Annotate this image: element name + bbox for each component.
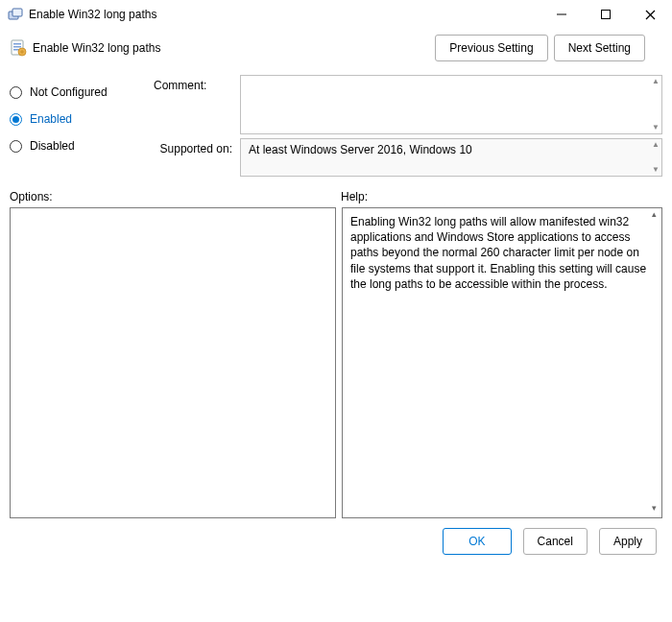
svg-rect-3 — [602, 11, 611, 19]
apply-button[interactable]: Apply — [599, 528, 657, 555]
scroll-up-icon[interactable]: ▲ — [652, 78, 660, 85]
window-title: Enable Win32 long paths — [29, 8, 540, 21]
radio-icon — [10, 113, 22, 126]
scroll-up-icon[interactable]: ▴ — [646, 208, 661, 224]
radio-disabled[interactable]: Disabled — [10, 132, 154, 159]
options-label: Options: — [10, 190, 341, 203]
radio-icon — [10, 86, 22, 99]
next-setting-button[interactable]: Next Setting — [554, 35, 645, 61]
radio-label: Not Configured — [30, 85, 108, 99]
scroll-up-icon[interactable]: ▲ — [652, 141, 660, 149]
header-row: Enable Win32 long paths Previous Setting… — [0, 29, 672, 67]
scroll-down-icon[interactable]: ▼ — [652, 124, 660, 132]
policy-title: Enable Win32 long paths — [33, 41, 429, 55]
comment-label: Comment: — [154, 75, 240, 134]
state-radios: Not Configured Enabled Disabled — [10, 75, 154, 180]
pane-labels: Options: Help: — [0, 180, 672, 205]
meta-fields: Comment: ▲ ▼ Supported on: At least Wind… — [154, 75, 662, 180]
supported-text: At least Windows Server 2016, Windows 10 — [249, 143, 472, 156]
radio-label: Disabled — [30, 139, 75, 153]
svg-rect-7 — [13, 43, 21, 45]
close-button[interactable] — [628, 0, 672, 29]
minimize-button[interactable] — [540, 0, 584, 29]
comment-textarea[interactable]: ▲ ▼ — [240, 75, 662, 134]
help-pane: Enabling Win32 long paths will allow man… — [342, 207, 662, 518]
svg-rect-8 — [13, 46, 21, 48]
supported-on-box: At least Windows Server 2016, Windows 10… — [240, 138, 662, 177]
options-pane — [10, 207, 336, 518]
previous-setting-button[interactable]: Previous Setting — [435, 35, 547, 61]
scroll-down-icon[interactable]: ▾ — [646, 502, 661, 517]
panes-row: Enabling Win32 long paths will allow man… — [0, 205, 672, 518]
radio-label: Enabled — [30, 112, 72, 126]
radio-icon — [10, 140, 22, 153]
cancel-button[interactable]: Cancel — [523, 528, 588, 555]
help-text: Enabling Win32 long paths will allow man… — [350, 215, 646, 291]
config-section: Not Configured Enabled Disabled Comment:… — [0, 67, 672, 180]
radio-enabled[interactable]: Enabled — [10, 106, 154, 132]
svg-rect-1 — [12, 9, 22, 16]
footer-buttons: OK Cancel Apply — [0, 518, 672, 564]
radio-not-configured[interactable]: Not Configured — [10, 79, 154, 106]
help-label: Help: — [341, 190, 662, 203]
maximize-button[interactable] — [584, 0, 628, 29]
app-icon — [8, 7, 23, 22]
supported-label: Supported on: — [154, 138, 240, 177]
ok-button[interactable]: OK — [443, 528, 511, 555]
scroll-down-icon[interactable]: ▼ — [652, 166, 660, 174]
title-bar: Enable Win32 long paths — [0, 0, 672, 29]
policy-icon — [10, 39, 27, 57]
